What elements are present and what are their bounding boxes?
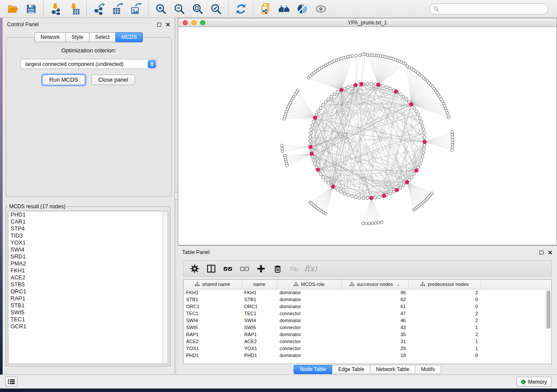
table-panel-title: Table Panel (182, 249, 210, 255)
table-row[interactable]: RAP1RAP1dominator352 (183, 331, 552, 338)
list-item[interactable]: TEC1 (8, 316, 168, 323)
column-header-name[interactable]: name (242, 280, 277, 289)
zoom-out-button[interactable] (170, 1, 188, 17)
add-column-button[interactable] (253, 261, 269, 275)
list-item[interactable]: FKH1 (8, 267, 168, 274)
list-item[interactable]: RAP1 (8, 295, 168, 302)
search-input[interactable] (441, 6, 544, 12)
control-panel: Control Panel ✕ Network Style Select MCD… (3, 18, 175, 375)
list-item[interactable]: ACE2 (8, 274, 168, 281)
table-row[interactable]: PHD1PHD1dominator180 (183, 352, 552, 359)
float-panel-icon[interactable] (540, 251, 543, 254)
dropdown-stepper-icon (148, 60, 156, 68)
delete-table-button[interactable] (286, 261, 302, 275)
list-item[interactable]: SRD1 (8, 253, 168, 260)
list-item[interactable]: PMA2 (8, 260, 168, 267)
tab-edge-table[interactable]: Edge Table (332, 365, 370, 374)
tab-network[interactable]: Network (35, 32, 66, 42)
delete-column-button[interactable] (269, 261, 286, 275)
list-item[interactable]: STB5 (8, 281, 168, 288)
tab-node-table[interactable]: Node Table (294, 365, 332, 374)
column-header-successor-nodes[interactable]: successor nodes⌄ (341, 280, 408, 289)
table-row[interactable]: ACE2ACE2connector311 (183, 338, 552, 345)
hide-selected-button[interactable] (293, 1, 311, 17)
tab-select[interactable]: Select (89, 32, 115, 42)
eye-icon (315, 3, 327, 15)
mcds-list-scrollbar[interactable] (163, 211, 168, 364)
list-item[interactable]: STB1 (8, 302, 168, 309)
table-row[interactable]: STB1STB1dominator620 (183, 296, 552, 303)
import-table-button[interactable] (65, 1, 83, 17)
table-row[interactable]: SWI5SWI5connector431 (183, 324, 552, 331)
export-table-icon (112, 3, 124, 15)
table-settings-button[interactable] (186, 261, 203, 275)
import-network-button[interactable] (47, 1, 65, 17)
optimization-criterion-label: Optimization criterion: (6, 47, 171, 54)
select-all-columns-button[interactable] (219, 261, 236, 275)
export-network-button[interactable] (90, 1, 108, 17)
table-row[interactable]: TEC1TEC1connector472 (183, 310, 552, 317)
table-panel: Table Panel ✕ f(x) shared name name (178, 245, 557, 375)
column-header-empty (481, 280, 552, 289)
table-row[interactable]: SWI4SWI4dominator462 (183, 317, 552, 324)
column-header-shared-name[interactable]: shared name (183, 280, 242, 289)
split-columns-button[interactable] (203, 261, 219, 275)
zoom-fit-button[interactable] (188, 1, 207, 17)
show-all-button[interactable] (311, 1, 330, 17)
list-item[interactable]: GCR1 (8, 323, 168, 330)
main-toolbar (0, 0, 557, 18)
list-item[interactable]: TID3 (8, 232, 168, 239)
zoom-selected-icon (210, 3, 222, 15)
table-row[interactable]: ORC1ORC1dominator610 (183, 303, 552, 310)
list-item[interactable]: SWI5 (8, 309, 168, 316)
zoom-in-button[interactable] (152, 1, 170, 17)
search-icon (433, 6, 439, 12)
zoom-fit-icon (192, 3, 204, 15)
list-item[interactable]: ORC1 (8, 288, 168, 295)
mcds-result-title: MCDS result (17 nodes) (8, 203, 67, 210)
tab-style[interactable]: Style (66, 32, 89, 42)
plus-icon (256, 264, 266, 273)
export-table-button[interactable] (108, 1, 127, 17)
export-image-icon (130, 3, 142, 15)
mcds-result-group: MCDS result (17 nodes) PHD1 CAR1 STP4 TI… (6, 203, 170, 366)
run-mcds-button[interactable]: Run MCDS (42, 75, 85, 85)
table-scrollbar-thumb[interactable] (547, 290, 550, 329)
mcds-result-list: PHD1 CAR1 STP4 TID3 YOX1 SWI4 SRD1 PMA2 … (8, 211, 168, 364)
list-item[interactable]: YOX1 (8, 239, 168, 246)
network-window-titlebar[interactable]: YPA_prune.txt_1 (178, 18, 557, 27)
list-item[interactable]: SWI4 (8, 246, 168, 253)
table-row[interactable]: FKH1FKH1dominator962 (183, 289, 552, 296)
table-row[interactable]: YOX1YOX1connector291 (183, 345, 552, 352)
function-builder-button[interactable]: f(x) (302, 261, 319, 275)
trash-icon (273, 264, 282, 273)
column-header-mcds-role[interactable]: MCDS role (277, 280, 341, 289)
close-panel-icon[interactable]: ✕ (166, 23, 170, 27)
column-header-predecessor-nodes[interactable]: predecessor nodes (408, 280, 481, 289)
network-canvas[interactable] (178, 27, 557, 245)
zoom-selected-button[interactable] (207, 1, 225, 17)
save-session-button[interactable] (22, 1, 40, 17)
close-panel-icon[interactable]: ✕ (548, 251, 553, 254)
list-item[interactable]: STP4 (8, 225, 168, 232)
deselect-all-columns-button[interactable] (236, 261, 253, 275)
tab-network-table[interactable]: Network Table (370, 365, 415, 374)
task-list-icon (8, 379, 15, 385)
optimization-criterion-select[interactable]: largest connected component (undirected) (21, 59, 157, 69)
toolbar-separator (253, 1, 253, 16)
table-scrollbar[interactable] (545, 289, 551, 363)
float-panel-icon[interactable] (157, 23, 161, 27)
tab-motifs[interactable]: Motifs (415, 365, 441, 374)
duplicate-network-button[interactable] (256, 1, 275, 17)
open-file-button[interactable] (3, 1, 22, 17)
list-item[interactable]: CAR1 (8, 218, 168, 225)
tab-mcds[interactable]: MCDS (115, 32, 143, 42)
export-image-button[interactable] (127, 1, 145, 17)
memory-button[interactable]: Memory (516, 377, 552, 387)
close-panel-button[interactable]: Close panel (91, 75, 135, 85)
show-task-history-button[interactable] (5, 377, 17, 387)
list-item[interactable]: PHD1 (8, 211, 168, 218)
apply-layout-button[interactable] (232, 1, 250, 17)
table-toolbar: f(x) (183, 260, 552, 277)
first-neighbors-button[interactable] (275, 1, 293, 17)
